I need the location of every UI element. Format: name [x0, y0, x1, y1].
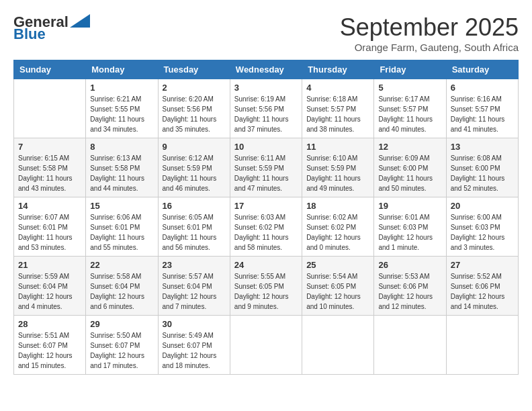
calendar-day-header: Saturday [446, 60, 518, 79]
day-number: 16 [163, 201, 226, 211]
day-number: 6 [451, 83, 514, 93]
day-info: Sunrise: 6:02 AMSunset: 6:02 PMDaylight:… [306, 212, 369, 253]
day-number: 30 [163, 319, 226, 329]
day-number: 9 [163, 142, 226, 152]
day-number: 23 [163, 260, 226, 270]
day-number: 12 [378, 142, 441, 152]
calendar-cell: 16Sunrise: 6:05 AMSunset: 6:01 PMDayligh… [158, 197, 230, 257]
day-info: Sunrise: 6:19 AMSunset: 5:56 PMDaylight:… [234, 94, 298, 134]
calendar-day-header: Wednesday [230, 60, 302, 79]
day-number: 15 [90, 201, 153, 211]
day-number: 19 [378, 201, 441, 211]
day-number: 17 [234, 201, 298, 211]
calendar-cell: 23Sunrise: 5:57 AMSunset: 6:04 PMDayligh… [158, 257, 230, 316]
calendar-cell: 30Sunrise: 5:49 AMSunset: 6:07 PMDayligh… [158, 316, 230, 375]
svg-marker-0 [70, 14, 90, 28]
day-number: 22 [90, 260, 153, 270]
day-number: 7 [18, 142, 81, 152]
calendar-week-row: 7Sunrise: 6:15 AMSunset: 5:58 PMDaylight… [14, 138, 519, 197]
calendar-cell [230, 316, 302, 375]
page-header: General Blue September 2025 Orange Farm,… [13, 13, 519, 53]
calendar-cell: 26Sunrise: 5:53 AMSunset: 6:06 PMDayligh… [374, 257, 446, 316]
day-number: 4 [306, 83, 369, 93]
day-info: Sunrise: 6:05 AMSunset: 6:01 PMDaylight:… [163, 212, 226, 253]
calendar-cell: 13Sunrise: 6:08 AMSunset: 6:00 PMDayligh… [446, 138, 518, 197]
day-number: 25 [306, 260, 369, 270]
calendar-cell: 20Sunrise: 6:00 AMSunset: 6:03 PMDayligh… [446, 197, 518, 257]
calendar-day-header: Sunday [14, 60, 86, 79]
calendar-cell: 2Sunrise: 6:20 AMSunset: 5:56 PMDaylight… [158, 79, 230, 138]
title-section: September 2025 Orange Farm, Gauteng, Sou… [340, 13, 519, 53]
day-info: Sunrise: 6:16 AMSunset: 5:57 PMDaylight:… [451, 94, 514, 134]
day-info: Sunrise: 5:51 AMSunset: 6:07 PMDaylight:… [18, 330, 81, 371]
calendar-cell: 25Sunrise: 5:54 AMSunset: 6:05 PMDayligh… [302, 257, 374, 316]
calendar-week-row: 14Sunrise: 6:07 AMSunset: 6:01 PMDayligh… [14, 197, 519, 257]
calendar-cell: 17Sunrise: 6:03 AMSunset: 6:02 PMDayligh… [230, 197, 302, 257]
calendar-week-row: 28Sunrise: 5:51 AMSunset: 6:07 PMDayligh… [14, 316, 519, 375]
day-number: 2 [163, 83, 226, 93]
day-info: Sunrise: 6:00 AMSunset: 6:03 PMDaylight:… [451, 212, 514, 253]
calendar-cell [14, 79, 86, 138]
day-number: 13 [451, 142, 514, 152]
calendar-cell: 9Sunrise: 6:12 AMSunset: 5:59 PMDaylight… [158, 138, 230, 197]
day-info: Sunrise: 5:50 AMSunset: 6:07 PMDaylight:… [90, 330, 153, 371]
day-number: 11 [306, 142, 369, 152]
calendar-header-row: SundayMondayTuesdayWednesdayThursdayFrid… [14, 60, 519, 79]
day-info: Sunrise: 6:03 AMSunset: 6:02 PMDaylight:… [234, 212, 298, 253]
calendar-cell: 11Sunrise: 6:10 AMSunset: 5:59 PMDayligh… [302, 138, 374, 197]
month-title: September 2025 [340, 13, 519, 42]
calendar-day-header: Thursday [302, 60, 374, 79]
day-number: 24 [234, 260, 298, 270]
calendar-cell: 15Sunrise: 6:06 AMSunset: 6:01 PMDayligh… [86, 197, 158, 257]
day-info: Sunrise: 6:17 AMSunset: 5:57 PMDaylight:… [378, 94, 441, 134]
calendar-week-row: 21Sunrise: 5:59 AMSunset: 6:04 PMDayligh… [14, 257, 519, 316]
day-number: 27 [451, 260, 514, 270]
calendar-cell: 22Sunrise: 5:58 AMSunset: 6:04 PMDayligh… [86, 257, 158, 316]
calendar-cell: 10Sunrise: 6:11 AMSunset: 5:59 PMDayligh… [230, 138, 302, 197]
calendar-cell: 1Sunrise: 6:21 AMSunset: 5:55 PMDaylight… [86, 79, 158, 138]
calendar-cell [374, 316, 446, 375]
day-info: Sunrise: 6:06 AMSunset: 6:01 PMDaylight:… [90, 212, 153, 253]
day-info: Sunrise: 6:18 AMSunset: 5:57 PMDaylight:… [306, 94, 369, 134]
day-number: 29 [90, 319, 153, 329]
calendar-cell: 19Sunrise: 6:01 AMSunset: 6:03 PMDayligh… [374, 197, 446, 257]
day-number: 1 [90, 83, 153, 93]
day-number: 20 [451, 201, 514, 211]
day-info: Sunrise: 6:13 AMSunset: 5:58 PMDaylight:… [90, 153, 153, 193]
calendar-cell: 4Sunrise: 6:18 AMSunset: 5:57 PMDaylight… [302, 79, 374, 138]
calendar-cell: 27Sunrise: 5:52 AMSunset: 6:06 PMDayligh… [446, 257, 518, 316]
calendar-cell: 8Sunrise: 6:13 AMSunset: 5:58 PMDaylight… [86, 138, 158, 197]
day-number: 5 [378, 83, 441, 93]
calendar-cell: 29Sunrise: 5:50 AMSunset: 6:07 PMDayligh… [86, 316, 158, 375]
calendar-cell: 7Sunrise: 6:15 AMSunset: 5:58 PMDaylight… [14, 138, 86, 197]
day-info: Sunrise: 5:54 AMSunset: 6:05 PMDaylight:… [306, 271, 369, 312]
day-number: 26 [378, 260, 441, 270]
calendar-cell: 5Sunrise: 6:17 AMSunset: 5:57 PMDaylight… [374, 79, 446, 138]
calendar-week-row: 1Sunrise: 6:21 AMSunset: 5:55 PMDaylight… [14, 79, 519, 138]
logo: General Blue [13, 13, 90, 43]
day-info: Sunrise: 6:07 AMSunset: 6:01 PMDaylight:… [18, 212, 81, 253]
day-info: Sunrise: 6:12 AMSunset: 5:59 PMDaylight:… [163, 153, 226, 193]
day-number: 3 [234, 83, 298, 93]
day-info: Sunrise: 6:10 AMSunset: 5:59 PMDaylight:… [306, 153, 369, 193]
day-info: Sunrise: 5:49 AMSunset: 6:07 PMDaylight:… [163, 330, 226, 371]
day-info: Sunrise: 6:09 AMSunset: 6:00 PMDaylight:… [378, 153, 441, 193]
calendar-cell [446, 316, 518, 375]
calendar-day-header: Friday [374, 60, 446, 79]
day-info: Sunrise: 5:52 AMSunset: 6:06 PMDaylight:… [451, 271, 514, 312]
calendar-cell: 6Sunrise: 6:16 AMSunset: 5:57 PMDaylight… [446, 79, 518, 138]
day-number: 18 [306, 201, 369, 211]
calendar-day-header: Monday [86, 60, 158, 79]
calendar-cell: 28Sunrise: 5:51 AMSunset: 6:07 PMDayligh… [14, 316, 86, 375]
day-info: Sunrise: 5:53 AMSunset: 6:06 PMDaylight:… [378, 271, 441, 312]
day-info: Sunrise: 5:59 AMSunset: 6:04 PMDaylight:… [18, 271, 81, 312]
day-number: 28 [18, 319, 81, 329]
calendar-cell: 18Sunrise: 6:02 AMSunset: 6:02 PMDayligh… [302, 197, 374, 257]
calendar-day-header: Tuesday [158, 60, 230, 79]
day-info: Sunrise: 6:01 AMSunset: 6:03 PMDaylight:… [378, 212, 441, 253]
day-number: 14 [18, 201, 81, 211]
calendar-cell: 24Sunrise: 5:55 AMSunset: 6:05 PMDayligh… [230, 257, 302, 316]
calendar-cell: 12Sunrise: 6:09 AMSunset: 6:00 PMDayligh… [374, 138, 446, 197]
day-info: Sunrise: 5:55 AMSunset: 6:05 PMDaylight:… [234, 271, 298, 312]
day-info: Sunrise: 6:20 AMSunset: 5:56 PMDaylight:… [163, 94, 226, 134]
